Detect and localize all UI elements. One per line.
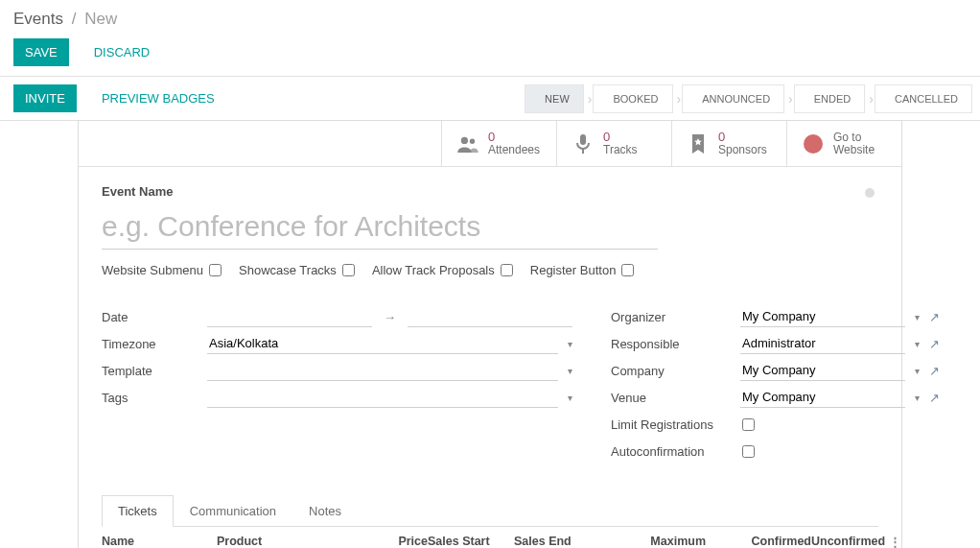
limit-label: Limit Registrations xyxy=(611,417,740,432)
stat-website-l1: Go to xyxy=(833,131,875,144)
col-sales-end: Sales End xyxy=(514,535,600,548)
external-link-icon[interactable]: ↗ xyxy=(925,310,940,324)
organizer-label: Organizer xyxy=(611,310,740,324)
stage-cancelled[interactable]: CANCELLED xyxy=(875,84,972,113)
allow-proposals-checkbox[interactable] xyxy=(501,264,513,276)
statusbar: INVITE PREVIEW BADGES NEW› BOOKED› ANNOU… xyxy=(0,77,980,121)
users-icon xyxy=(457,133,478,155)
stat-attendees-num: 0 xyxy=(488,131,540,144)
chevron-down-icon[interactable]: ▾ xyxy=(564,366,572,376)
tab-notes[interactable]: Notes xyxy=(292,495,358,527)
svg-rect-2 xyxy=(580,134,586,145)
microphone-icon xyxy=(572,133,594,155)
breadcrumb-current: New xyxy=(84,10,117,28)
stat-tracks[interactable]: 0 Tracks xyxy=(556,121,671,166)
tab-communication[interactable]: Communication xyxy=(174,495,292,527)
stat-sponsors-lbl: Sponsors xyxy=(718,144,767,156)
register-button-label: Register Button xyxy=(530,263,617,277)
svg-point-1 xyxy=(470,138,475,143)
tags-input[interactable] xyxy=(207,387,558,408)
date-end-input[interactable] xyxy=(408,306,572,327)
showcase-tracks-label: Showcase Tracks xyxy=(239,263,337,277)
col-unconfirmed: Unconfirmed xyxy=(811,535,885,548)
external-link-icon[interactable]: ↗ xyxy=(925,337,940,351)
showcase-tracks-checkbox[interactable] xyxy=(342,264,355,276)
autoconfirmation-checkbox[interactable] xyxy=(742,445,755,458)
event-name-input[interactable] xyxy=(102,204,658,250)
company-input[interactable] xyxy=(740,360,905,381)
discard-button[interactable]: DISCARD xyxy=(82,38,162,66)
form-sheet: 0 Attendees 0 Tracks 0 Sponsors xyxy=(78,120,902,548)
responsible-input[interactable] xyxy=(740,333,905,354)
chevron-down-icon[interactable]: ▾ xyxy=(911,366,920,376)
preview-badges-button[interactable]: PREVIEW BADGES xyxy=(90,84,226,112)
breadcrumb: Events / New xyxy=(0,0,980,33)
col-product: Product xyxy=(217,535,351,548)
responsible-label: Responsible xyxy=(611,337,740,351)
col-sales-start: Sales Start xyxy=(428,535,514,548)
bookmark-star-icon xyxy=(688,133,709,155)
date-start-input[interactable] xyxy=(207,306,372,327)
timezone-label: Timezone xyxy=(102,337,207,351)
company-label: Company xyxy=(611,364,740,378)
col-name: Name xyxy=(102,535,217,548)
save-button[interactable]: SAVE xyxy=(13,38,69,66)
organizer-input[interactable] xyxy=(740,306,905,327)
action-bar: SAVE DISCARD xyxy=(0,33,980,76)
autoconfirm-label: Autoconfirmation xyxy=(611,444,740,459)
stage-pipeline: NEW› BOOKED› ANNOUNCED› ENDED› CANCELLED xyxy=(525,84,980,113)
stage-ended[interactable]: ENDED xyxy=(794,84,866,113)
stat-tracks-num: 0 xyxy=(603,131,638,144)
col-confirmed: Confirmed xyxy=(706,535,811,548)
chevron-down-icon[interactable]: ▾ xyxy=(911,339,920,349)
stat-buttons: 0 Attendees 0 Tracks 0 Sponsors xyxy=(79,121,901,167)
date-label: Date xyxy=(102,310,207,324)
breadcrumb-root[interactable]: Events xyxy=(13,10,63,28)
venue-input[interactable] xyxy=(740,387,905,408)
timezone-input[interactable] xyxy=(207,333,558,354)
stat-sponsors[interactable]: 0 Sponsors xyxy=(671,121,786,166)
globe-icon xyxy=(803,133,824,155)
template-input[interactable] xyxy=(207,360,558,381)
svg-rect-3 xyxy=(582,149,584,154)
arrow-right-icon: → xyxy=(378,310,402,324)
limit-registrations-checkbox[interactable] xyxy=(742,418,755,431)
tags-label: Tags xyxy=(102,391,207,405)
svg-point-0 xyxy=(461,137,468,144)
stage-announced[interactable]: ANNOUNCED xyxy=(682,84,784,113)
external-link-icon[interactable]: ↗ xyxy=(925,391,940,405)
stat-website-l2: Website xyxy=(833,144,875,156)
chevron-down-icon[interactable]: ▾ xyxy=(564,339,572,349)
stat-website[interactable]: Go to Website xyxy=(786,121,901,166)
stat-tracks-lbl: Tracks xyxy=(603,144,638,156)
invite-button[interactable]: INVITE xyxy=(13,84,77,112)
breadcrumb-sep: / xyxy=(72,10,77,28)
chevron-down-icon[interactable]: ▾ xyxy=(911,312,920,322)
event-name-label: Event Name xyxy=(102,184,878,199)
stat-attendees[interactable]: 0 Attendees xyxy=(441,121,556,166)
col-price: Price xyxy=(351,535,428,548)
stat-sponsors-num: 0 xyxy=(718,131,767,144)
tabs: Tickets Communication Notes xyxy=(102,494,878,527)
tickets-table-header: Name Product Price Sales Start Sales End… xyxy=(102,527,878,548)
template-label: Template xyxy=(102,364,207,378)
stage-new[interactable]: NEW xyxy=(525,84,584,113)
website-submenu-checkbox[interactable] xyxy=(209,264,222,276)
chevron-down-icon[interactable]: ▾ xyxy=(564,393,572,403)
col-maximum: Maximum xyxy=(600,535,706,548)
chevron-down-icon[interactable]: ▾ xyxy=(911,393,920,403)
external-link-icon[interactable]: ↗ xyxy=(925,364,940,378)
website-submenu-label: Website Submenu xyxy=(102,263,203,277)
tab-tickets[interactable]: Tickets xyxy=(102,495,174,527)
stage-booked[interactable]: BOOKED xyxy=(593,84,672,113)
allow-proposals-label: Allow Track Proposals xyxy=(372,263,495,277)
col-menu-icon[interactable]: ⋮ xyxy=(885,535,904,548)
venue-label: Venue xyxy=(611,391,740,405)
stat-attendees-lbl: Attendees xyxy=(488,144,540,156)
register-button-checkbox[interactable] xyxy=(621,264,634,276)
